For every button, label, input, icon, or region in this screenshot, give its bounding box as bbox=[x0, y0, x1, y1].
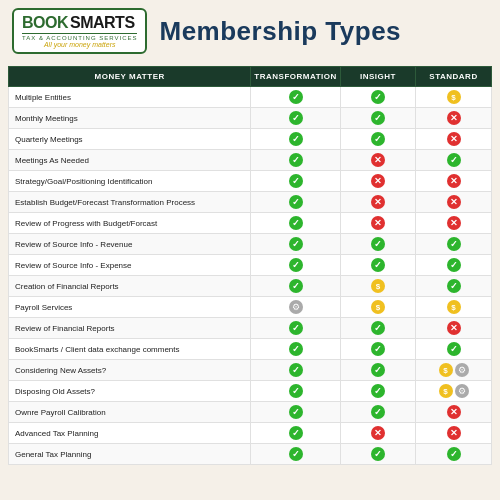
check-icon: ✓ bbox=[289, 111, 303, 125]
standard-cell: ✕ bbox=[416, 108, 492, 129]
table-row: Ownre Payroll Calibration ✓ ✓ ✕ bbox=[9, 402, 492, 423]
standard-cell: ✓ bbox=[416, 444, 492, 465]
feature-name: Review of Source Info - Revenue bbox=[9, 234, 251, 255]
insight-cell: $ bbox=[340, 276, 415, 297]
check-icon: ✓ bbox=[447, 279, 461, 293]
transformation-cell: ✓ bbox=[251, 150, 340, 171]
table-row: Review of Source Info - Revenue ✓ ✓ ✓ bbox=[9, 234, 492, 255]
feature-name: Meetings As Needed bbox=[9, 150, 251, 171]
col-feature: MONEY MATTER bbox=[9, 67, 251, 87]
x-icon: ✕ bbox=[447, 426, 461, 440]
standard-cell: ✕ bbox=[416, 402, 492, 423]
table-row: Advanced Tax Planning ✓ ✕ ✕ bbox=[9, 423, 492, 444]
standard-cell: ✕ bbox=[416, 192, 492, 213]
table-row: Monthly Meetings ✓ ✓ ✕ bbox=[9, 108, 492, 129]
table-row: Review of Financial Reports ✓ ✓ ✕ bbox=[9, 318, 492, 339]
check-icon: ✓ bbox=[371, 132, 385, 146]
standard-cell: $ bbox=[416, 87, 492, 108]
feature-name: Multiple Entities bbox=[9, 87, 251, 108]
check-icon: ✓ bbox=[371, 111, 385, 125]
check-icon: ✓ bbox=[447, 258, 461, 272]
check-icon: ✓ bbox=[289, 447, 303, 461]
check-icon: ✓ bbox=[371, 447, 385, 461]
check-icon: ✓ bbox=[371, 342, 385, 356]
check-icon: ✓ bbox=[289, 363, 303, 377]
check-icon: ✓ bbox=[289, 342, 303, 356]
check-icon: ✓ bbox=[289, 174, 303, 188]
check-icon: ✓ bbox=[289, 195, 303, 209]
standard-cell: $⚙ bbox=[416, 381, 492, 402]
check-icon: ✓ bbox=[447, 447, 461, 461]
gear-icon: ⚙ bbox=[289, 300, 303, 314]
check-icon: ✓ bbox=[289, 426, 303, 440]
feature-name: Strategy/Goal/Positioning Identification bbox=[9, 171, 251, 192]
table-header-row: MONEY MATTER TRANSFORMATION INSIGHT STAN… bbox=[9, 67, 492, 87]
feature-name: Advanced Tax Planning bbox=[9, 423, 251, 444]
check-icon: ✓ bbox=[447, 153, 461, 167]
check-icon: ✓ bbox=[371, 237, 385, 251]
standard-cell: ✓ bbox=[416, 276, 492, 297]
insight-cell: ✕ bbox=[340, 213, 415, 234]
feature-name: Considering New Assets? bbox=[9, 360, 251, 381]
transformation-cell: ✓ bbox=[251, 423, 340, 444]
dollar-icon: $ bbox=[447, 90, 461, 104]
table-row: General Tax Planning ✓ ✓ ✓ bbox=[9, 444, 492, 465]
check-icon: ✓ bbox=[447, 342, 461, 356]
feature-name: Creation of Financial Reports bbox=[9, 276, 251, 297]
feature-name: Monthly Meetings bbox=[9, 108, 251, 129]
x-icon: ✕ bbox=[371, 426, 385, 440]
transformation-cell: ✓ bbox=[251, 255, 340, 276]
page-title: Membership Types bbox=[159, 16, 401, 47]
check-icon: ✓ bbox=[371, 321, 385, 335]
check-icon: ✓ bbox=[371, 384, 385, 398]
insight-cell: ✓ bbox=[340, 318, 415, 339]
standard-cell: ✕ bbox=[416, 129, 492, 150]
insight-cell: ✓ bbox=[340, 360, 415, 381]
table-row: Disposing Old Assets? ✓ ✓ $⚙ bbox=[9, 381, 492, 402]
table-row: Strategy/Goal/Positioning Identification… bbox=[9, 171, 492, 192]
table-row: Review of Source Info - Expense ✓ ✓ ✓ bbox=[9, 255, 492, 276]
x-icon: ✕ bbox=[371, 174, 385, 188]
dollar-icon: $ bbox=[447, 300, 461, 314]
x-icon: ✕ bbox=[371, 195, 385, 209]
x-icon: ✕ bbox=[447, 132, 461, 146]
standard-cell: $ bbox=[416, 297, 492, 318]
standard-cell: ✕ bbox=[416, 213, 492, 234]
check-icon: ✓ bbox=[289, 405, 303, 419]
insight-cell: ✓ bbox=[340, 108, 415, 129]
table-row: Quarterly Meetings ✓ ✓ ✕ bbox=[9, 129, 492, 150]
transformation-cell: ✓ bbox=[251, 87, 340, 108]
table-row: Creation of Financial Reports ✓ $ ✓ bbox=[9, 276, 492, 297]
dollar-icon: $ bbox=[439, 363, 453, 377]
feature-name: Ownre Payroll Calibration bbox=[9, 402, 251, 423]
col-transformation: TRANSFORMATION bbox=[251, 67, 340, 87]
gear-icon: ⚙ bbox=[455, 363, 469, 377]
x-icon: ✕ bbox=[447, 174, 461, 188]
insight-cell: ✓ bbox=[340, 255, 415, 276]
standard-cell: ✕ bbox=[416, 318, 492, 339]
logo-smarts: SMARTS bbox=[70, 14, 135, 32]
insight-cell: ✓ bbox=[340, 87, 415, 108]
check-icon: ✓ bbox=[371, 258, 385, 272]
transformation-cell: ✓ bbox=[251, 276, 340, 297]
insight-cell: $ bbox=[340, 297, 415, 318]
transformation-cell: ⚙ bbox=[251, 297, 340, 318]
feature-name: Payroll Services bbox=[9, 297, 251, 318]
standard-cell: ✓ bbox=[416, 255, 492, 276]
insight-cell: ✕ bbox=[340, 150, 415, 171]
insight-cell: ✓ bbox=[340, 234, 415, 255]
transformation-cell: ✓ bbox=[251, 129, 340, 150]
x-icon: ✕ bbox=[371, 216, 385, 230]
check-icon: ✓ bbox=[289, 237, 303, 251]
x-icon: ✕ bbox=[447, 405, 461, 419]
table-body: Multiple Entities ✓ ✓ $ Monthly Meetings… bbox=[9, 87, 492, 465]
table-container: MONEY MATTER TRANSFORMATION INSIGHT STAN… bbox=[0, 62, 500, 469]
logo-sub: TAX & ACCOUNTING SERVICES bbox=[22, 33, 137, 41]
transformation-cell: ✓ bbox=[251, 192, 340, 213]
standard-cell: $⚙ bbox=[416, 360, 492, 381]
dollar-icon: $ bbox=[439, 384, 453, 398]
standard-cell: ✓ bbox=[416, 234, 492, 255]
col-insight: INSIGHT bbox=[340, 67, 415, 87]
insight-cell: ✕ bbox=[340, 423, 415, 444]
dollar-icon: $ bbox=[371, 300, 385, 314]
